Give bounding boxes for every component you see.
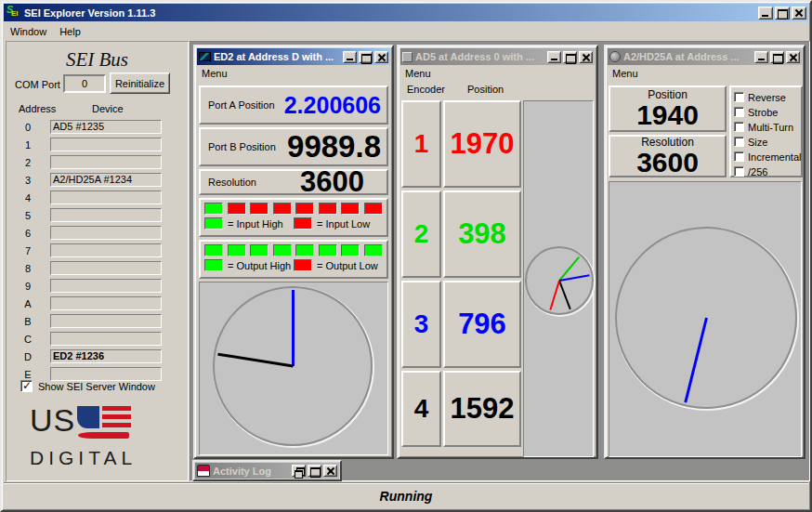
port-b-label: Port B Position [201, 141, 276, 152]
dial-needle [292, 290, 295, 366]
device-field[interactable] [50, 314, 162, 328]
show-server-checkbox-row[interactable]: Show SEI Server Window [20, 380, 155, 392]
ad5-menubar: Menu [400, 65, 595, 82]
device-header: Device [92, 103, 124, 114]
led-indicator [250, 203, 268, 215]
output-legend: = Output High= Output Low [204, 259, 383, 271]
show-server-checkbox[interactable] [20, 380, 33, 392]
option-checkbox-row[interactable]: Incremental [734, 151, 798, 163]
close-button[interactable] [792, 7, 806, 20]
reinitialize-button[interactable]: Reinitialize [110, 72, 170, 94]
device-field[interactable]: A2/HD25A #1234 [50, 173, 162, 187]
address-label: 7 [6, 245, 50, 256]
main-titlebar[interactable]: S EI SEI Explorer Version 1.11.3 [4, 4, 808, 21]
a2-maximize-button[interactable] [770, 51, 784, 63]
maximize-button[interactable] [775, 7, 790, 20]
device-field[interactable] [50, 190, 162, 204]
status-bar: Running [4, 482, 808, 509]
ed2-titlebar[interactable]: ED2 at Address D with ... [197, 48, 390, 65]
checkbox-label: Size [748, 137, 767, 148]
encoder-header: Encoder [407, 84, 445, 95]
ad5-menu-item[interactable]: Menu [400, 67, 436, 80]
a2-position-panel: Position 1940 [609, 85, 727, 132]
address-row: A [6, 296, 189, 310]
position-cell: 1592 [443, 371, 521, 447]
option-checkbox-row[interactable]: /256 [734, 165, 798, 177]
device-field[interactable]: AD5 #1235 [50, 120, 162, 134]
ed2-client: Port A Position 2.200606 Port B Position… [197, 82, 390, 455]
ad5-window-title: AD5 at Address 0 with ... [415, 51, 544, 62]
ad5-window-icon [402, 52, 413, 62]
address-label: 3 [6, 175, 50, 186]
device-field[interactable] [50, 226, 162, 240]
logo-us-text: US [30, 403, 75, 437]
minimize-button[interactable] [758, 7, 773, 20]
device-field[interactable] [50, 332, 162, 346]
port-b-panel: Port B Position 9989.8 [199, 127, 388, 166]
encoder-cell: 3 [401, 281, 441, 368]
a2-minimize-button[interactable] [754, 51, 768, 63]
option-checkbox-row[interactable]: Reverse [734, 91, 798, 103]
led-indicator [295, 203, 314, 215]
activity-log-titlebar[interactable]: Activity Log [195, 463, 339, 479]
address-label: 9 [6, 281, 50, 292]
legend-label: = Output Low [317, 260, 383, 271]
status-text: Running [380, 489, 433, 504]
activity-log-maximize-button[interactable] [308, 465, 321, 477]
checkbox[interactable] [734, 92, 744, 102]
ad5-position-column: 19703987961592 [443, 100, 521, 450]
ed2-close-button[interactable] [374, 51, 388, 63]
device-field[interactable] [50, 138, 162, 151]
ad5-minimize-button[interactable] [547, 51, 561, 63]
address-label: 8 [6, 263, 50, 274]
ed2-menu-item[interactable]: Menu [197, 67, 232, 80]
menu-window[interactable]: Window [4, 24, 53, 39]
option-checkbox-row[interactable]: Strobe [734, 106, 798, 118]
menu-help[interactable]: Help [53, 24, 87, 39]
device-field[interactable]: ED2 #1236 [50, 349, 162, 363]
com-port-field[interactable]: 0 [63, 74, 106, 93]
option-checkbox-row[interactable]: Multi-Turn [734, 121, 798, 133]
ed2-maximize-button[interactable] [359, 51, 373, 63]
device-field[interactable] [50, 243, 162, 257]
activity-log-close-button[interactable] [323, 465, 337, 477]
checkbox[interactable] [734, 122, 744, 132]
activity-log-restore-button[interactable] [292, 465, 306, 477]
a2-window-icon [609, 51, 621, 62]
checkbox[interactable] [734, 107, 744, 117]
ed2-window-icon [199, 52, 211, 61]
a2-window: A2/HD25A at Address ... Menu Position 19… [604, 45, 805, 459]
device-field[interactable] [50, 367, 162, 381]
address-label: A [6, 298, 50, 309]
checkbox[interactable] [734, 166, 744, 177]
device-field[interactable] [50, 279, 162, 293]
port-b-value: 9989.8 [276, 129, 386, 164]
activity-log-title: Activity Log [213, 466, 289, 477]
option-checkbox-row[interactable]: Size [734, 136, 798, 148]
checkbox-label: Strobe [748, 107, 778, 118]
device-field[interactable] [50, 208, 162, 222]
device-field[interactable] [50, 296, 162, 310]
show-server-label: Show SEI Server Window [38, 381, 155, 392]
ed2-minimize-button[interactable] [343, 51, 357, 63]
a2-resolution-panel: Resolution 3600 [609, 135, 727, 177]
address-row: 9 [6, 279, 189, 293]
ad5-titlebar[interactable]: AD5 at Address 0 with ... [400, 48, 595, 65]
checkbox-label: Incremental [748, 151, 801, 163]
a2-menu-item[interactable]: Menu [608, 67, 643, 80]
main-window: S EI SEI Explorer Version 1.11.3 Window … [0, 0, 812, 512]
a2-close-button[interactable] [786, 51, 800, 63]
legend-swatch [294, 259, 312, 271]
led-indicator [204, 244, 223, 256]
device-field[interactable] [50, 155, 162, 169]
checkbox[interactable] [734, 137, 744, 147]
output-led-row [204, 244, 383, 256]
a2-titlebar[interactable]: A2/HD25A at Address ... [608, 48, 802, 65]
led-indicator [250, 244, 268, 256]
address-label: 1 [6, 139, 50, 151]
position-cell: 1970 [443, 100, 521, 188]
ad5-maximize-button[interactable] [563, 51, 577, 63]
ad5-close-button[interactable] [579, 51, 593, 63]
checkbox[interactable] [734, 151, 744, 162]
device-field[interactable] [50, 261, 162, 275]
